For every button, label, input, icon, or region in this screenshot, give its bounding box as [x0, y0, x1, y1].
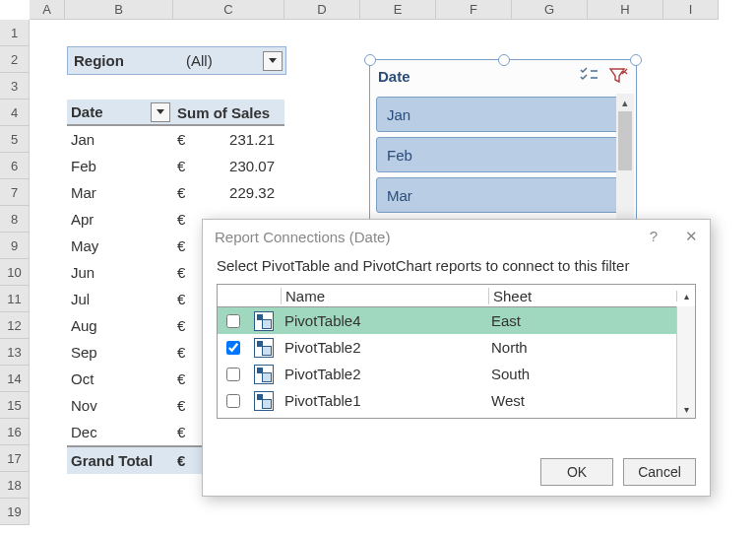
connection-name: PivotTable2 — [281, 339, 487, 356]
resize-handle-icon[interactable] — [630, 54, 642, 66]
connection-sheet: West — [487, 392, 695, 409]
month-cell[interactable]: Sep — [67, 344, 173, 361]
value-cell[interactable]: 230.07 — [213, 158, 284, 174]
month-cell[interactable]: Mar — [67, 184, 173, 201]
pivottable-icon — [254, 311, 274, 331]
month-cell[interactable]: Dec — [67, 424, 173, 440]
slicer-item[interactable]: Jan — [376, 97, 630, 132]
connection-row[interactable]: PivotTable4East — [218, 307, 695, 334]
month-cell[interactable]: May — [67, 237, 173, 254]
multi-select-icon[interactable] — [579, 67, 598, 85]
pivot-filter-region[interactable]: Region (All) — [67, 46, 286, 75]
month-cell[interactable]: Aug — [67, 317, 173, 334]
pivottable-icon — [254, 338, 274, 358]
scroll-thumb[interactable] — [618, 111, 632, 170]
resize-handle-icon[interactable] — [364, 54, 376, 66]
resize-handle-icon[interactable] — [498, 54, 510, 66]
pivot-header-date[interactable]: Date — [67, 100, 173, 126]
dialog-list: Name Sheet ▴ PivotTable4EastPivotTable2N… — [217, 284, 696, 419]
connection-sheet: North — [487, 339, 695, 356]
pivot-row[interactable]: Feb€230.07 — [67, 153, 284, 179]
help-button[interactable]: ? — [650, 228, 658, 245]
dropdown-icon[interactable] — [151, 102, 170, 122]
ok-button[interactable]: OK — [540, 458, 613, 486]
month-cell[interactable]: Feb — [67, 158, 173, 174]
currency-cell[interactable]: € — [173, 158, 213, 174]
scroll-down-icon[interactable]: ▾ — [677, 400, 695, 418]
currency-cell[interactable]: € — [173, 131, 213, 148]
report-connections-dialog: Report Connections (Date) ? ✕ Select Piv… — [202, 219, 711, 497]
connection-row[interactable]: PivotTable1West — [218, 387, 695, 414]
dialog-instruction: Select PivotTable and PivotChart reports… — [203, 253, 710, 284]
month-cell[interactable]: Jul — [67, 291, 173, 307]
column-headers: ABCDEFGHI — [30, 0, 719, 20]
currency-cell[interactable]: € — [173, 184, 213, 201]
month-cell[interactable]: Oct — [67, 370, 173, 387]
connection-checkbox[interactable] — [226, 368, 240, 381]
clear-filter-icon[interactable] — [608, 67, 628, 85]
close-button[interactable]: ✕ — [685, 228, 698, 245]
pivot-filter-value: (All) — [180, 52, 263, 69]
pivot-header-sum: Sum of Sales — [173, 100, 284, 126]
connection-name: PivotTable4 — [281, 312, 487, 329]
connection-sheet: South — [487, 366, 695, 382]
connection-name: PivotTable2 — [281, 366, 487, 382]
connection-checkbox[interactable] — [226, 341, 240, 355]
value-cell[interactable]: 231.21 — [213, 131, 284, 148]
dialog-scrollbar[interactable]: ▾ — [676, 306, 695, 418]
scroll-up-icon[interactable]: ▴ — [616, 94, 634, 111]
col-header-name[interactable]: Name — [281, 288, 488, 304]
scroll-up-icon[interactable]: ▴ — [676, 291, 695, 302]
slicer-title: Date — [378, 68, 410, 85]
pivot-filter-label: Region — [68, 52, 180, 69]
slicer-item[interactable]: Feb — [376, 137, 630, 172]
slicer-item[interactable]: Mar — [376, 177, 630, 213]
connection-row[interactable]: PivotTable2North — [218, 334, 695, 361]
connection-name: PivotTable1 — [281, 392, 487, 409]
col-header-sheet[interactable]: Sheet — [488, 288, 676, 304]
connection-checkbox[interactable] — [226, 314, 240, 328]
pivottable-icon — [254, 365, 274, 384]
month-cell[interactable]: Nov — [67, 397, 173, 414]
pivottable-icon — [254, 391, 274, 411]
month-cell[interactable]: Jan — [67, 131, 173, 148]
value-cell[interactable]: 229.32 — [213, 184, 284, 201]
pivot-row[interactable]: Jan€231.21 — [67, 126, 284, 153]
dropdown-icon[interactable] — [263, 51, 283, 71]
connection-sheet: East — [487, 312, 695, 329]
cancel-button[interactable]: Cancel — [623, 458, 696, 486]
dialog-title: Report Connections (Date) — [215, 229, 390, 245]
month-cell[interactable]: Jun — [67, 264, 173, 281]
connection-checkbox[interactable] — [226, 394, 240, 408]
row-headers: 12345678910111213141516171819 — [0, 20, 30, 525]
month-cell[interactable]: Apr — [67, 211, 173, 228]
connection-row[interactable]: PivotTable2South — [218, 361, 695, 387]
pivot-row[interactable]: Mar€229.32 — [67, 179, 284, 206]
